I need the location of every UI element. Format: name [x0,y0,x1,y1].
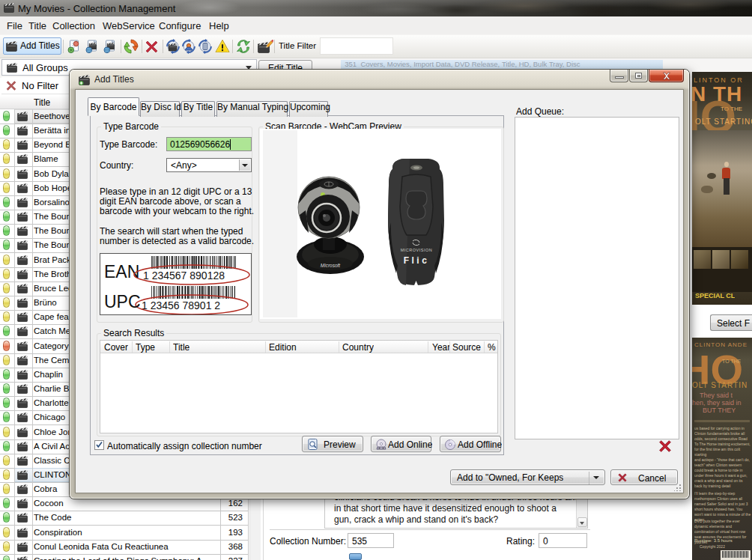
svg-text:EAN: EAN [104,262,139,281]
svg-text:MICROVISION: MICROVISION [401,248,432,252]
svg-text:1 234567 890128: 1 234567 890128 [143,270,225,281]
svg-text:Microsoft: Microsoft [321,263,342,268]
svg-text:UPC: UPC [104,292,141,311]
svg-text:1 23456 78901 2: 1 23456 78901 2 [142,299,220,311]
svg-text:Flic: Flic [404,255,430,266]
